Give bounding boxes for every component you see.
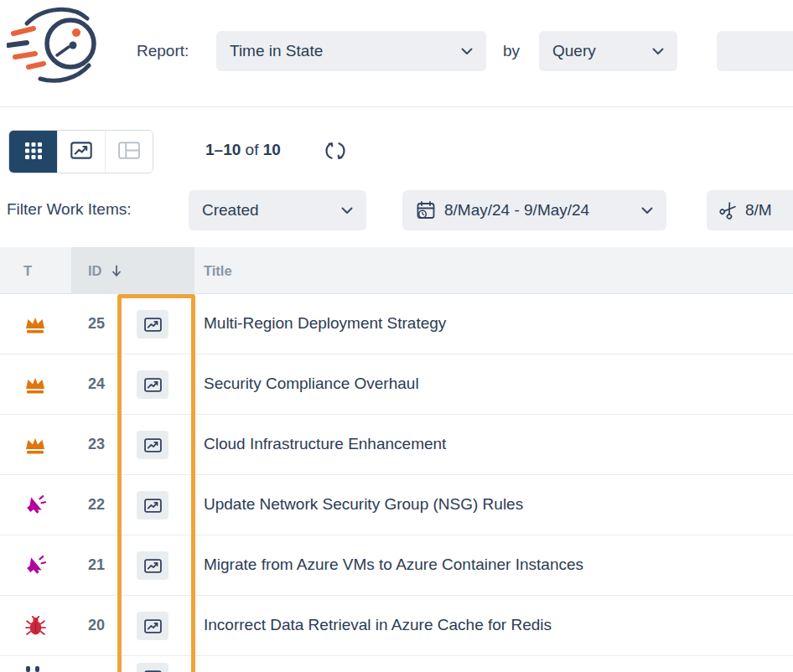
report-type-dropdown[interactable]: Time in State [216, 31, 486, 71]
work-item-title[interactable]: Update Network Security Group (NSG) Rule… [204, 495, 523, 514]
group-by-value: Query [552, 42, 596, 60]
work-item-id: 25 [88, 315, 105, 333]
report-type-value: Time in State [230, 42, 323, 60]
crown-icon [23, 313, 47, 336]
table-row[interactable]: 20Incorrect Data Retrieval in Azure Cach… [0, 596, 793, 656]
column-header-id[interactable]: ID [88, 247, 102, 294]
megaphone-icon [23, 494, 47, 517]
table-row[interactable]: 21Migrate from Azure VMs to Azure Contai… [0, 535, 793, 596]
table-header: T ID Title [0, 247, 793, 294]
work-item-type-icon [26, 666, 30, 672]
table-body: 25Multi-Region Deployment Strategy24Secu… [0, 294, 793, 672]
work-item-title[interactable]: Incorrect Data Retrieval in Azure Cache … [204, 616, 552, 634]
table-row[interactable]: 22Update Network Security Group (NSG) Ru… [0, 475, 793, 535]
chevron-down-icon [631, 207, 653, 215]
filter-field-dropdown[interactable]: Created [189, 190, 366, 230]
table-row-partial[interactable] [0, 656, 793, 672]
board-view-icon [118, 142, 140, 162]
row-trend-chart-button[interactable] [137, 431, 168, 459]
by-label: by [503, 42, 520, 60]
crown-icon [23, 433, 47, 457]
chevron-down-icon [331, 207, 353, 215]
row-trend-chart-button[interactable] [137, 370, 168, 399]
secondary-dropdown-partial[interactable] [717, 31, 793, 71]
row-trend-chart-button[interactable] [137, 551, 168, 580]
grid-view-icon [25, 142, 42, 162]
view-switcher [8, 130, 153, 173]
count-of: of [246, 141, 259, 158]
app-logo-icon [7, 2, 107, 89]
table-row[interactable]: 25Multi-Region Deployment Strategy [0, 294, 793, 354]
grid-view-button[interactable] [9, 131, 57, 173]
work-item-title[interactable]: Security Compliance Overhaul [204, 375, 419, 393]
chart-view-button[interactable] [57, 131, 105, 173]
work-item-type-icon [35, 666, 39, 672]
megaphone-icon [23, 554, 47, 577]
work-item-title[interactable]: Migrate from Azure VMs to Azure Containe… [204, 556, 583, 574]
column-header-title[interactable]: Title [204, 247, 232, 294]
chevron-down-icon [451, 48, 473, 55]
count-total: 10 [263, 141, 281, 158]
clip-range-value: 8/M [745, 201, 772, 220]
row-trend-chart-button[interactable] [137, 663, 168, 672]
work-item-id: 21 [88, 556, 105, 574]
work-item-id: 24 [88, 375, 105, 393]
bug-icon [23, 614, 47, 638]
row-trend-chart-button[interactable] [137, 491, 168, 520]
date-range-value: 8/May/24 - 9/May/24 [444, 201, 589, 220]
board-view-button[interactable] [105, 131, 153, 173]
work-item-id: 20 [88, 617, 105, 634]
filter-field-value: Created [202, 201, 259, 220]
row-trend-chart-button[interactable] [137, 310, 168, 339]
column-header-type[interactable]: T [23, 247, 32, 294]
work-item-title[interactable]: Multi-Region Deployment Strategy [204, 314, 446, 333]
table-row[interactable]: 24Security Compliance Overhaul [0, 354, 793, 415]
group-by-dropdown[interactable]: Query [539, 31, 677, 71]
report-label: Report: [137, 42, 189, 60]
calendar-clock-icon [416, 200, 436, 220]
date-range-dropdown[interactable]: 8/May/24 - 9/May/24 [402, 190, 666, 230]
chart-view-icon [70, 142, 92, 162]
filter-label: Filter Work Items: [7, 200, 132, 219]
refresh-icon [325, 151, 345, 163]
work-item-id: 22 [88, 496, 105, 514]
table-row[interactable]: 23Cloud Infrastructure Enhancement [0, 415, 793, 475]
scissors-icon [717, 199, 740, 222]
work-item-title[interactable]: Cloud Infrastructure Enhancement [204, 435, 446, 453]
row-trend-chart-button[interactable] [137, 612, 168, 640]
count-range: 1–10 [205, 141, 241, 158]
time-in-state-report-page: Report: Time in State by Query [0, 0, 793, 672]
sort-descending-icon [111, 247, 122, 294]
crown-icon [23, 373, 47, 396]
clip-range-dropdown[interactable]: 8/M [707, 190, 793, 230]
header: Report: Time in State by Query [0, 0, 793, 107]
item-count: 1–10 of 10 [205, 141, 281, 159]
chevron-down-icon [642, 48, 664, 55]
work-item-id: 23 [88, 436, 105, 453]
refresh-button[interactable] [324, 140, 347, 163]
